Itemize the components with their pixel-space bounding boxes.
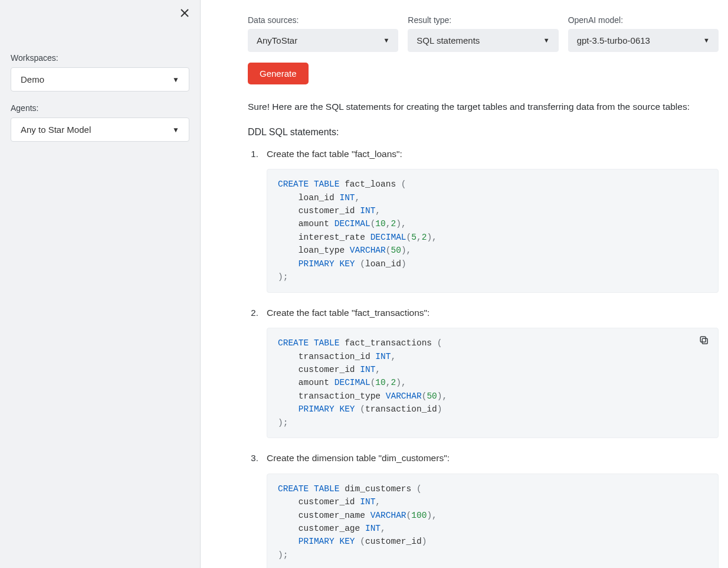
result-type-label: Result type:: [408, 15, 558, 25]
code-block: CREATE TABLE fact_loans ( loan_id INT, c…: [267, 169, 719, 293]
copy-icon[interactable]: [699, 335, 710, 346]
result-type-select[interactable]: SQL statements ▼: [408, 29, 558, 52]
step-title: Create the fact table "fact_loans":: [267, 147, 719, 161]
main: Data sources: AnyToStar ▼ Result type: S…: [201, 0, 728, 568]
caret-down-icon: ▼: [172, 76, 179, 84]
caret-down-icon: ▼: [383, 37, 389, 44]
svg-rect-2: [702, 338, 707, 344]
caret-down-icon: ▼: [172, 126, 179, 134]
ddl-header: DDL SQL statements:: [248, 127, 719, 138]
generate-button[interactable]: Generate: [248, 63, 309, 84]
svg-rect-3: [700, 337, 706, 342]
close-row: [11, 8, 189, 18]
step-item: Create the fact table "fact_transactions…: [261, 306, 719, 439]
steps-list: Create the fact table "fact_loans":CREAT…: [248, 147, 719, 568]
sidebar: Workspaces: Demo ▼ Agents: Any to Star M…: [0, 0, 201, 568]
workspace-value: Demo: [21, 74, 44, 84]
data-sources-value: AnyToStar: [257, 35, 297, 45]
close-icon[interactable]: [180, 8, 189, 18]
step-title: Create the fact table "fact_transactions…: [267, 306, 719, 319]
response-intro: Sure! Here are the SQL statements for cr…: [248, 100, 719, 114]
workspace-select[interactable]: Demo ▼: [11, 67, 189, 92]
data-sources-label: Data sources:: [248, 15, 398, 25]
agents-label: Agents:: [11, 103, 189, 113]
data-sources-select[interactable]: AnyToStar ▼: [248, 29, 398, 52]
openai-model-value: gpt-3.5-turbo-0613: [577, 35, 650, 45]
agent-value: Any to Star Model: [21, 125, 91, 135]
code-block: CREATE TABLE fact_transactions ( transac…: [267, 328, 719, 438]
caret-down-icon: ▼: [703, 37, 710, 44]
openai-model-select[interactable]: gpt-3.5-turbo-0613 ▼: [568, 29, 719, 52]
caret-down-icon: ▼: [543, 37, 550, 44]
step-title: Create the dimension table "dim_customer…: [267, 451, 719, 465]
workspaces-label: Workspaces:: [11, 53, 189, 63]
result-type-value: SQL statements: [417, 35, 480, 45]
openai-model-label: OpenAI model:: [568, 15, 719, 25]
step-item: Create the fact table "fact_loans":CREAT…: [261, 147, 719, 293]
agent-select[interactable]: Any to Star Model ▼: [11, 117, 189, 142]
code-block: CREATE TABLE dim_customers ( customer_id…: [267, 474, 719, 568]
step-item: Create the dimension table "dim_customer…: [261, 451, 719, 568]
